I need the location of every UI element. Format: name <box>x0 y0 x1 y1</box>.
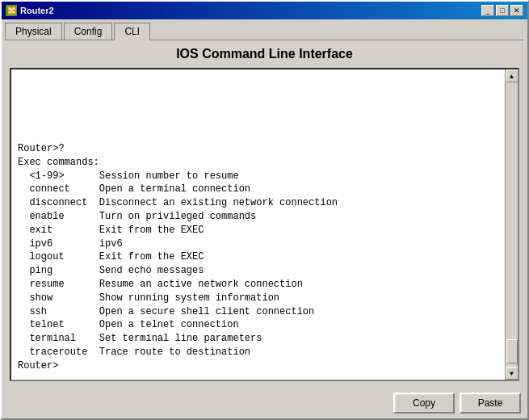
minimize-button[interactable]: _ <box>481 5 494 16</box>
terminal-container: Router>? Exec commands: <1-99> Session n… <box>10 68 519 381</box>
close-button[interactable]: ✕ <box>510 5 523 16</box>
paste-button[interactable]: Paste <box>460 393 521 414</box>
tab-cli[interactable]: CLI <box>114 23 150 40</box>
scrollbar: ▲ ▼ <box>505 69 518 380</box>
tab-physical[interactable]: Physical <box>5 23 62 40</box>
terminal-output[interactable]: Router>? Exec commands: <1-99> Session n… <box>11 69 505 380</box>
main-window: 🔀 Router2 _ □ ✕ Physical Config CLI IOS … <box>0 0 529 420</box>
content-area: IOS Command Line Interface Router>? Exec… <box>2 40 527 388</box>
page-title: IOS Command Line Interface <box>10 47 519 61</box>
window-controls: _ □ ✕ <box>481 5 523 16</box>
title-bar: 🔀 Router2 _ □ ✕ <box>2 2 527 19</box>
scroll-up-button[interactable]: ▲ <box>506 69 519 82</box>
tab-config[interactable]: Config <box>64 23 113 40</box>
title-bar-left: 🔀 Router2 <box>6 5 54 16</box>
window-title: Router2 <box>20 6 54 15</box>
scroll-thumb[interactable] <box>506 339 518 363</box>
scroll-down-button[interactable]: ▼ <box>506 367 519 380</box>
maximize-button[interactable]: □ <box>496 5 509 16</box>
router-icon: 🔀 <box>6 5 17 16</box>
icon-symbol: 🔀 <box>7 6 16 15</box>
copy-button[interactable]: Copy <box>393 393 455 414</box>
tab-bar: Physical Config CLI <box>2 19 527 40</box>
scroll-track[interactable] <box>506 82 518 367</box>
button-bar: Copy Paste <box>2 388 527 418</box>
